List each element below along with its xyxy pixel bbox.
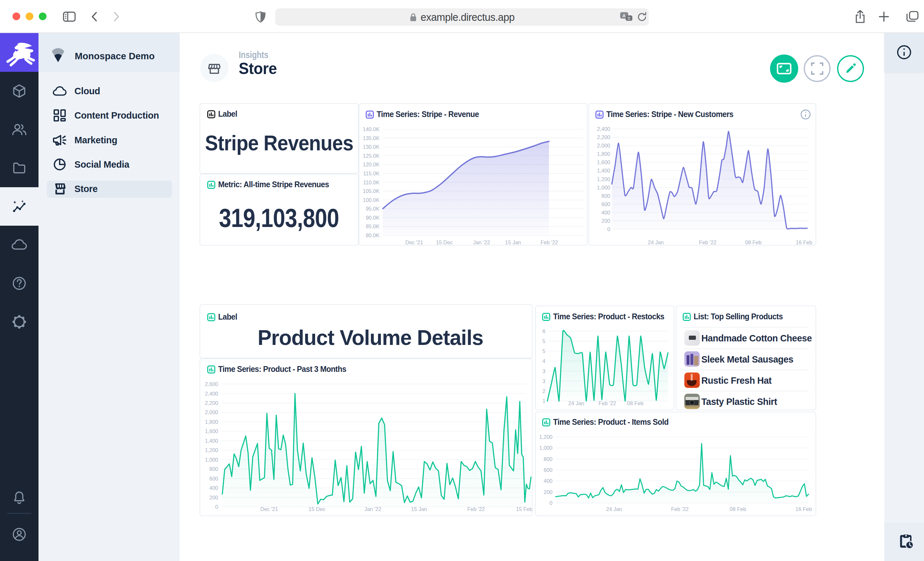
svg-text:08 Feb: 08 Feb <box>745 239 761 245</box>
svg-text:文: 文 <box>627 16 631 21</box>
svg-text:Feb '22: Feb '22 <box>671 506 689 512</box>
svg-text:1,000: 1,000 <box>539 445 552 451</box>
svg-text:1,800: 1,800 <box>205 419 218 425</box>
svg-text:16 Feb: 16 Feb <box>795 506 812 512</box>
svg-text:0: 0 <box>215 504 218 510</box>
svg-text:Dec '21: Dec '21 <box>405 239 423 245</box>
svg-text:5: 5 <box>543 338 545 344</box>
svg-text:140.0K: 140.0K <box>363 126 380 132</box>
svg-text:800: 800 <box>601 193 610 199</box>
svg-text:Feb '22: Feb '22 <box>699 239 717 245</box>
svg-text:125.0K: 125.0K <box>363 153 380 159</box>
svg-text:130.0K: 130.0K <box>363 144 380 150</box>
svg-text:1,600: 1,600 <box>205 428 218 434</box>
svg-text:120.0K: 120.0K <box>363 162 380 168</box>
svg-text:135.0K: 135.0K <box>363 135 380 141</box>
svg-text:5: 5 <box>543 348 545 354</box>
svg-text:115.0K: 115.0K <box>363 171 380 176</box>
svg-text:80.0K: 80.0K <box>366 232 380 238</box>
svg-text:400: 400 <box>543 478 552 484</box>
svg-text:15 Jan: 15 Jan <box>505 239 521 245</box>
svg-text:2,600: 2,600 <box>205 381 218 387</box>
svg-text:1,400: 1,400 <box>205 438 218 444</box>
svg-text:90.0K: 90.0K <box>366 215 380 221</box>
svg-text:1,000: 1,000 <box>205 457 218 462</box>
svg-text:800: 800 <box>543 456 552 462</box>
svg-text:Jan '22: Jan '22 <box>364 506 381 512</box>
svg-text:15 Dec: 15 Dec <box>436 239 453 245</box>
svg-text:08 Feb: 08 Feb <box>730 506 746 512</box>
svg-text:800: 800 <box>209 466 218 472</box>
svg-text:2,400: 2,400 <box>597 126 610 132</box>
svg-text:2: 2 <box>543 388 545 394</box>
svg-text:1,400: 1,400 <box>597 168 610 174</box>
svg-text:600: 600 <box>209 476 218 482</box>
svg-text:2,200: 2,200 <box>597 134 610 140</box>
svg-text:24 Jan: 24 Jan <box>606 506 622 512</box>
svg-text:100.0K: 100.0K <box>363 197 380 203</box>
svg-text:Feb '22: Feb '22 <box>541 239 558 245</box>
svg-text:200: 200 <box>209 495 218 500</box>
svg-text:1,200: 1,200 <box>205 447 218 453</box>
svg-text:3: 3 <box>543 378 545 384</box>
svg-text:0: 0 <box>550 500 552 506</box>
svg-text:2,000: 2,000 <box>597 143 610 148</box>
svg-text:2,400: 2,400 <box>205 391 218 396</box>
svg-text:15 Feb: 15 Feb <box>516 506 532 512</box>
svg-text:15 Jan: 15 Jan <box>411 506 427 512</box>
svg-text:1,200: 1,200 <box>539 434 552 440</box>
svg-text:08 Feb: 08 Feb <box>627 400 643 406</box>
svg-text:Dec '21: Dec '21 <box>260 506 278 512</box>
svg-text:400: 400 <box>209 485 218 491</box>
svg-text:2,200: 2,200 <box>205 400 218 406</box>
svg-text:16 Feb: 16 Feb <box>796 239 812 245</box>
svg-text:1,200: 1,200 <box>597 176 610 182</box>
svg-text:6: 6 <box>543 328 545 334</box>
svg-text:200: 200 <box>601 218 610 224</box>
svg-text:15 Dec: 15 Dec <box>309 506 326 512</box>
svg-text:105.0K: 105.0K <box>363 188 380 194</box>
svg-text:24 Jan: 24 Jan <box>648 239 664 245</box>
svg-text:110.0K: 110.0K <box>363 180 380 185</box>
svg-text:85.0K: 85.0K <box>366 223 380 229</box>
svg-text:1: 1 <box>543 398 545 404</box>
svg-text:0: 0 <box>608 226 610 232</box>
svg-text:600: 600 <box>543 467 552 473</box>
svg-text:Feb '22: Feb '22 <box>598 400 616 406</box>
svg-text:1,000: 1,000 <box>597 185 610 190</box>
svg-text:4: 4 <box>543 358 545 364</box>
svg-text:400: 400 <box>601 209 610 215</box>
svg-text:1,800: 1,800 <box>597 151 610 157</box>
svg-text:Feb '22: Feb '22 <box>468 506 485 512</box>
svg-text:2,000: 2,000 <box>205 409 218 415</box>
svg-text:3: 3 <box>543 368 545 374</box>
svg-text:200: 200 <box>543 489 552 495</box>
svg-text:600: 600 <box>601 201 610 207</box>
svg-text:24 Jan: 24 Jan <box>568 400 584 406</box>
svg-text:1,600: 1,600 <box>597 159 610 165</box>
svg-text:Jan '22: Jan '22 <box>473 239 490 245</box>
svg-text:95.0K: 95.0K <box>366 206 380 212</box>
svg-text:A: A <box>622 13 626 18</box>
